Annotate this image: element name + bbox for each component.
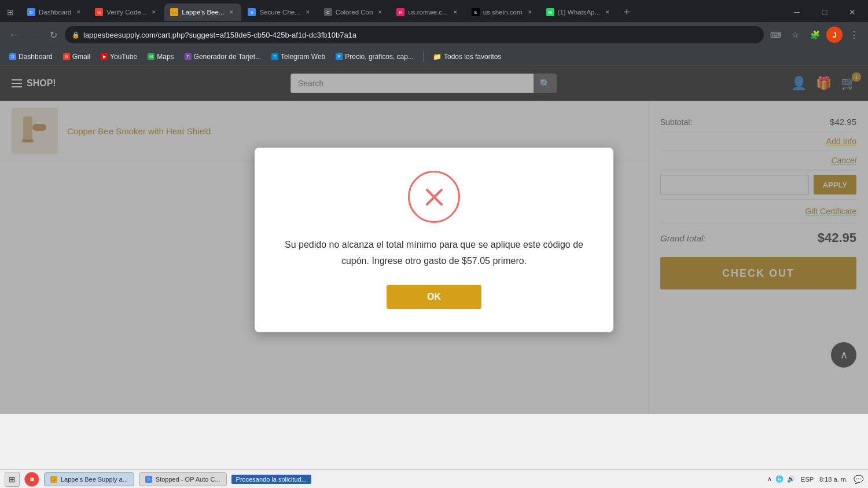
extensions-icon[interactable]: 🧩 xyxy=(807,27,823,43)
tab-label: Verify Code... xyxy=(106,9,146,16)
x-icon xyxy=(421,184,447,210)
browser-chrome: ⊞ D Dashboard ✕ G Verify Code... ✕ 🐝 Lap… xyxy=(0,0,868,66)
status-bar: ⊞ ■ 🐝 Lappe's Bee Supply a... S Stopped … xyxy=(0,469,868,488)
bookmark-label: Telegram Web xyxy=(281,53,325,61)
bookmark-gmail[interactable]: G Gmail xyxy=(58,51,95,63)
back-btn[interactable]: ← xyxy=(6,27,22,43)
tab-whatsapp[interactable]: W (1) WhatsAp... ✕ xyxy=(540,3,618,21)
notification-icon[interactable]: 💬 xyxy=(854,475,863,484)
favorites-label: Todos los favoritos xyxy=(444,53,501,61)
tab-dashboard[interactable]: D Dashboard ✕ xyxy=(21,3,89,21)
tray-up-arrow[interactable]: ∧ xyxy=(767,475,772,483)
time-display: 8:18 a. m. xyxy=(819,476,848,483)
taskbar-item-stopped[interactable]: S Stopped - OP Auto C... xyxy=(139,472,227,486)
tab-label: us.romwe.c... xyxy=(408,9,447,16)
bookmarks-separator xyxy=(423,52,424,62)
tab-label: Dashboard xyxy=(39,9,71,16)
bookmarks-bar: D Dashboard G Gmail ▶ YouTube M Maps T G… xyxy=(0,47,868,66)
tab-romwe[interactable]: R us.romwe.c... ✕ xyxy=(391,3,465,21)
tab-label: Secure Che... xyxy=(259,9,300,16)
modal-ok-btn[interactable]: OK xyxy=(387,285,481,309)
translate-icon[interactable]: ⌨ xyxy=(767,27,784,43)
tab-label: Lappe's Bee... xyxy=(182,9,224,16)
tab-verify[interactable]: G Verify Code... ✕ xyxy=(89,3,164,21)
maximize-btn[interactable]: □ xyxy=(811,3,838,21)
app-grid-btn[interactable]: ⊞ xyxy=(5,472,20,487)
tab-close[interactable]: ✕ xyxy=(376,8,384,16)
bookmark-maps[interactable]: M Maps xyxy=(143,51,178,63)
modal-overlay: Su pedido no alcanza el total mínimo par… xyxy=(0,66,868,414)
stop-btn[interactable]: ■ xyxy=(24,472,39,487)
system-tray: ∧ 🌐 🔊 xyxy=(767,475,795,483)
tab-lapps[interactable]: 🐝 Lappe's Bee... ✕ xyxy=(164,3,241,21)
bookmark-dashboard[interactable]: D Dashboard xyxy=(5,51,57,63)
tab-grid-btn[interactable]: ⊞ xyxy=(2,4,19,20)
tab-favicon: G xyxy=(95,8,103,16)
error-icon-circle xyxy=(408,171,460,223)
bookmark-label: Generador de Tarjet... xyxy=(194,53,262,61)
modal-message: Su pedido no alcanza el total mínimo par… xyxy=(284,237,584,268)
tab-label: Colored Con xyxy=(336,9,373,16)
minimize-btn[interactable]: ─ xyxy=(784,3,810,21)
window-controls: ─ □ ✕ xyxy=(784,3,866,21)
tab-colored[interactable]: C Colored Con ✕ xyxy=(318,3,391,21)
status-right: ∧ 🌐 🔊 ESP 8:18 a. m. 💬 xyxy=(767,475,863,484)
status-left: ⊞ ■ 🐝 Lappe's Bee Supply a... S Stopped … xyxy=(5,472,311,487)
address-bar-row: ← → ↻ 🔒 lappesbeesupply.com/cart.php?sug… xyxy=(0,22,868,47)
bookmark-label: Precio, gráficos, cap... xyxy=(345,53,414,61)
tab-close[interactable]: ✕ xyxy=(75,8,83,16)
tab-favicon: W xyxy=(546,8,554,16)
new-tab-btn[interactable]: + xyxy=(618,6,636,19)
tab-close[interactable]: ✕ xyxy=(451,8,459,16)
reload-btn[interactable]: ↻ xyxy=(45,27,61,43)
tab-shein[interactable]: S us.shein.com ✕ xyxy=(466,3,540,21)
tab-close[interactable]: ✕ xyxy=(526,8,534,16)
tab-label: us.shein.com xyxy=(483,9,523,16)
bookmark-tarjeta[interactable]: T Generador de Tarjet... xyxy=(180,51,266,63)
folder-icon: 📁 xyxy=(433,53,442,61)
page-content: SHOP! 🔍 👤 🎁 🛒 1 xyxy=(0,66,868,414)
tab-close[interactable]: ✕ xyxy=(604,8,612,16)
tab-bar: ⊞ D Dashboard ✕ G Verify Code... ✕ 🐝 Lap… xyxy=(0,0,868,22)
bookmark-icon[interactable]: ☆ xyxy=(787,27,803,43)
forward-btn[interactable]: → xyxy=(25,27,42,43)
tab-label: (1) WhatsAp... xyxy=(558,9,601,16)
tab-favicon: D xyxy=(27,8,35,16)
lock-icon: 🔒 xyxy=(72,31,80,39)
tab-close[interactable]: ✕ xyxy=(227,8,236,16)
profile-icon[interactable]: J xyxy=(826,27,843,43)
bookmark-youtube[interactable]: ▶ YouTube xyxy=(96,51,142,63)
close-btn[interactable]: ✕ xyxy=(839,3,866,21)
processing-text: Procesando la solicitud... xyxy=(231,475,311,484)
tab-favicon: S xyxy=(248,8,256,16)
url-text: lappesbeesupply.com/cart.php?suggest=af1… xyxy=(83,31,757,39)
menu-icon[interactable]: ⋮ xyxy=(846,27,862,43)
tab-favicon: C xyxy=(324,8,332,16)
error-modal: Su pedido no alcanza el total mínimo par… xyxy=(255,148,613,332)
tab-favicon: S xyxy=(472,8,480,16)
taskbar-lapps-label: Lappe's Bee Supply a... xyxy=(61,476,128,483)
tab-favicon: R xyxy=(396,8,404,16)
bookmark-telegram[interactable]: T Telegram Web xyxy=(267,51,330,63)
bookmark-label: Dashboard xyxy=(19,53,53,61)
lang-indicator: ESP xyxy=(801,476,814,483)
tab-favicon: 🐝 xyxy=(170,8,178,16)
bookmark-label: Gmail xyxy=(72,53,90,61)
bookmark-label: Maps xyxy=(157,53,174,61)
taskbar-item-lapps[interactable]: 🐝 Lappe's Bee Supply a... xyxy=(44,472,134,486)
tab-close[interactable]: ✕ xyxy=(304,8,312,16)
address-bar[interactable]: 🔒 lappesbeesupply.com/cart.php?suggest=a… xyxy=(65,26,764,43)
network-icon: 🌐 xyxy=(775,475,784,483)
volume-icon: 🔊 xyxy=(787,475,795,483)
taskbar-stopped-label: Stopped - OP Auto C... xyxy=(156,476,220,483)
tab-secure[interactable]: S Secure Che... ✕ xyxy=(242,3,317,21)
bookmark-precio[interactable]: P Precio, gráficos, cap... xyxy=(331,51,418,63)
tab-close[interactable]: ✕ xyxy=(150,8,158,16)
bookmark-label: YouTube xyxy=(110,53,137,61)
favorites-folder[interactable]: 📁 Todos los favoritos xyxy=(428,51,506,63)
